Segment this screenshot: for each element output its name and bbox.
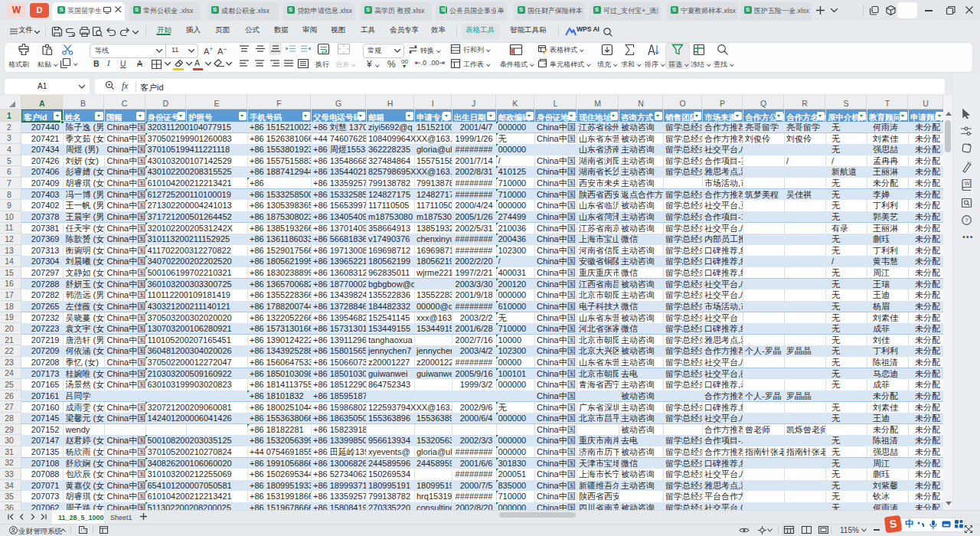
svg-text:?: ? [965,217,969,224]
svg-text:W: W [965,181,970,186]
